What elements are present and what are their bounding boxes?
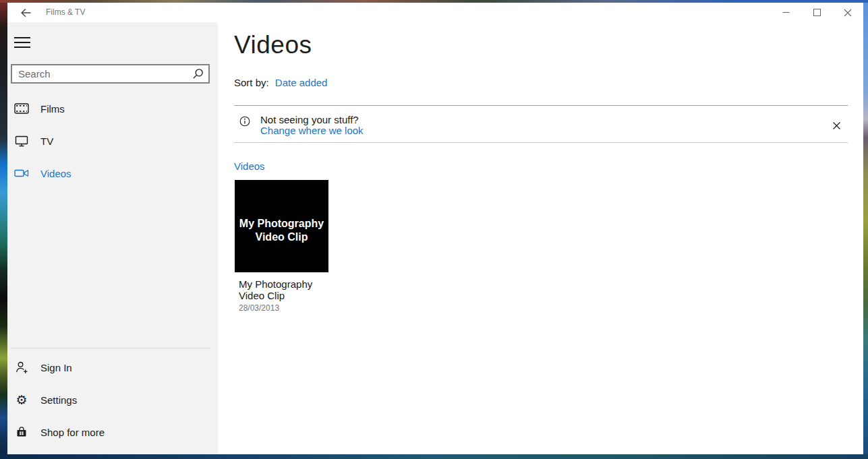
page-title: Videos	[234, 31, 312, 59]
shopping-bag-icon	[13, 426, 30, 438]
minimize-button[interactable]	[770, 3, 801, 22]
thumbnail-text-line1: My Photography	[239, 217, 324, 231]
sidebar-item-sign-in[interactable]: Sign In	[7, 351, 218, 384]
window-controls	[770, 3, 863, 22]
notice-message: Not seeing your stuff?	[260, 115, 364, 125]
search-icon	[192, 68, 204, 80]
sidebar: Films TV Videos	[7, 22, 218, 454]
notice-dismiss-button[interactable]	[829, 118, 844, 133]
close-icon	[844, 9, 852, 17]
thumbnail-text-line2: Video Clip	[256, 231, 308, 244]
hamburger-icon	[14, 37, 30, 38]
titlebar: Films & TV	[7, 3, 863, 22]
video-camera-icon	[13, 169, 30, 178]
sidebar-item-films[interactable]: Films	[7, 92, 218, 125]
sidebar-item-label: Settings	[40, 394, 77, 406]
search-button[interactable]	[187, 65, 208, 82]
sidebar-divider	[11, 348, 210, 348]
sort-by-label: Sort by:	[234, 77, 269, 88]
video-title: My Photography Video Clip	[239, 278, 329, 301]
app-title: Films & TV	[46, 7, 85, 17]
close-button[interactable]	[832, 3, 863, 22]
search-input[interactable]	[12, 68, 187, 80]
sidebar-item-label: Films	[40, 103, 65, 115]
minimize-icon	[782, 9, 790, 16]
sidebar-item-label: Shop for more	[40, 427, 105, 438]
info-icon	[239, 116, 250, 127]
desktop-wallpaper-left-strip	[0, 0, 7, 459]
close-x-icon	[832, 121, 841, 130]
film-strip-icon	[13, 103, 30, 114]
hamburger-menu-button[interactable]	[11, 34, 34, 54]
main-content: Videos Sort by: Date added Not seeing yo…	[218, 22, 863, 454]
sort-row: Sort by: Date added	[234, 77, 327, 88]
search-box	[11, 64, 210, 84]
sidebar-item-label: Sign In	[40, 362, 72, 373]
desktop-wallpaper-bottom-strip	[0, 454, 868, 459]
notice-change-link[interactable]: Change where we look	[260, 125, 364, 135]
sidebar-item-videos[interactable]: Videos	[7, 157, 218, 189]
sidebar-item-tv[interactable]: TV	[7, 125, 218, 157]
sidebar-item-label: TV	[40, 135, 53, 147]
sidebar-item-label: Videos	[40, 168, 71, 179]
maximize-button[interactable]	[801, 3, 832, 22]
sidebar-item-shop[interactable]: Shop for more	[7, 416, 218, 448]
video-card[interactable]: My Photography Video Clip My Photography…	[235, 180, 329, 313]
notice-bar: Not seeing your stuff? Change where we l…	[234, 105, 848, 143]
person-add-icon	[13, 361, 30, 374]
tv-monitor-icon	[13, 135, 30, 147]
back-button[interactable]	[14, 5, 37, 21]
videos-section-title: Videos	[234, 160, 265, 172]
back-arrow-icon	[20, 7, 32, 18]
maximize-icon	[813, 9, 821, 16]
sidebar-item-settings[interactable]: ⚙ Settings	[7, 384, 218, 416]
video-thumbnail[interactable]: My Photography Video Clip	[235, 180, 328, 272]
sort-by-value-link[interactable]: Date added	[275, 77, 328, 88]
video-date: 28/03/2013	[239, 303, 329, 313]
films-and-tv-app-window: Films & TV	[7, 3, 863, 454]
gear-icon: ⚙	[13, 394, 30, 406]
